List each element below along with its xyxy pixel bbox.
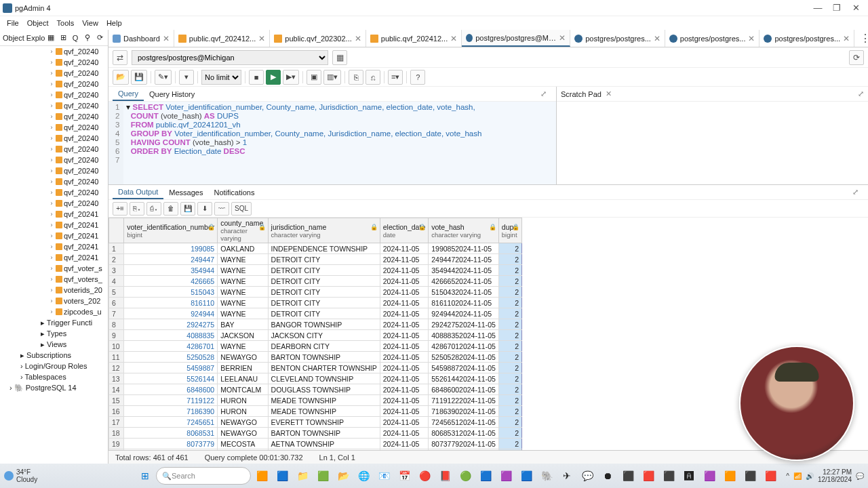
task-icon[interactable]: 🟦 bbox=[476, 466, 495, 485]
execute-button[interactable]: ▶ bbox=[266, 70, 281, 85]
tree-node[interactable]: › Login/Group Roles bbox=[0, 361, 108, 371]
tree-table-item[interactable]: ›qvf_20240 bbox=[0, 68, 108, 79]
tree-node[interactable]: › Tablespaces bbox=[0, 371, 108, 382]
column-header[interactable]: election_datedate🔒 bbox=[380, 218, 428, 243]
paste-button[interactable]: ⎙▾ bbox=[146, 202, 161, 216]
new-connection-button[interactable]: ▦ bbox=[332, 50, 347, 65]
column-header[interactable]: county_namecharacter varying🔒 bbox=[218, 218, 268, 243]
task-icon[interactable]: 📧 bbox=[374, 466, 393, 485]
task-icon[interactable]: 🟦 bbox=[273, 466, 292, 485]
maximize-button[interactable]: ❐ bbox=[827, 3, 846, 13]
tree-table-item[interactable]: ›qvf_20240 bbox=[0, 46, 108, 57]
task-icon[interactable]: 🟧 bbox=[720, 466, 739, 485]
tree-node[interactable]: ▸ Types bbox=[0, 328, 108, 339]
tree-table-item[interactable]: ›qvf_20241 bbox=[0, 230, 108, 241]
tab-notifications[interactable]: Notifications bbox=[208, 186, 260, 199]
table-row[interactable]: 3354944WAYNEDETROIT CITY2024-11-05354944… bbox=[109, 265, 522, 276]
save-button[interactable]: 💾 bbox=[131, 70, 147, 85]
tree-table-item[interactable]: ›qvf_20241 bbox=[0, 220, 108, 230]
sql-icon[interactable]: Q bbox=[70, 33, 81, 43]
task-icon[interactable]: ⬛ bbox=[741, 466, 760, 485]
search-icon[interactable]: ⚲ bbox=[82, 33, 93, 43]
save-data-button[interactable]: 💾 bbox=[180, 202, 195, 216]
tree-node[interactable]: › 🐘 PostgreSQL 14 bbox=[0, 382, 108, 393]
commit-button[interactable]: ⎘ bbox=[349, 70, 363, 85]
editor-tab[interactable]: Dashboard✕ bbox=[108, 30, 174, 47]
limit-select[interactable]: No limit bbox=[201, 70, 241, 85]
table-row[interactable]: 177245651NEWAYGOEVERETT TOWNSHIP2024-11-… bbox=[109, 417, 522, 428]
table-row[interactable]: 5515043WAYNEDETROIT CITY2024-11-05515043… bbox=[109, 287, 522, 298]
task-icon[interactable]: 🅰 bbox=[679, 466, 698, 485]
grid-icon[interactable]: ▦ bbox=[45, 33, 56, 43]
tree-table-item[interactable]: ›qvf_20240 bbox=[0, 111, 108, 122]
edit-button[interactable]: ✎▾ bbox=[155, 70, 172, 85]
table-row[interactable]: 125459887BERRIENBENTON CHARTER TOWNSHIP2… bbox=[109, 363, 522, 373]
results-expand-icon[interactable]: ⤢ bbox=[847, 186, 864, 199]
table-row[interactable]: 188068531NEWAYGOBARTON TOWNSHIP2024-11-0… bbox=[109, 428, 522, 439]
tree-table-item[interactable]: ›qvf_20240 bbox=[0, 176, 108, 187]
explain-analyze-button[interactable]: ▥▾ bbox=[323, 70, 341, 85]
task-icon[interactable]: 📅 bbox=[395, 466, 414, 485]
clock-date[interactable]: 12/18/2024 bbox=[818, 476, 852, 483]
tree-table-item[interactable]: ›qvf_20240 bbox=[0, 100, 108, 111]
table-row[interactable]: 104286701WAYNEDEARBORN CITY2024-11-05428… bbox=[109, 341, 522, 352]
editor-tab[interactable]: postgres/postgres...✕ bbox=[570, 30, 665, 47]
table-row[interactable]: 198073779MECOSTAAETNA TOWNSHIP2024-11-05… bbox=[109, 439, 522, 449]
table-row[interactable]: 2249447WAYNEDETROIT CITY2024-11-05249447… bbox=[109, 254, 522, 265]
task-icon[interactable]: ⏺ bbox=[598, 466, 617, 485]
explain-button[interactable]: ▣ bbox=[307, 70, 321, 85]
task-icon[interactable]: ⬛ bbox=[659, 466, 678, 485]
task-icon[interactable]: 🟪 bbox=[496, 466, 515, 485]
tray-chevron-icon[interactable]: ^ bbox=[786, 472, 789, 480]
tree-table-item[interactable]: ›qvf_20240 bbox=[0, 133, 108, 144]
table-row[interactable]: 6816110WAYNEDETROIT CITY2024-11-05816110… bbox=[109, 298, 522, 308]
table-row[interactable]: 115250528NEWAYGOBARTON TOWNSHIP2024-11-0… bbox=[109, 352, 522, 363]
tabs-overflow-icon[interactable]: ⋮ bbox=[854, 32, 868, 45]
editor-tab[interactable]: postgres/postgres...✕ bbox=[665, 30, 760, 47]
editor-tab[interactable]: postgres/postgres...✕ bbox=[760, 30, 854, 47]
table-row[interactable]: 1199085OAKLANDINDEPENDENCE TOWNSHIP2024-… bbox=[109, 243, 522, 254]
tree-table-item[interactable]: ›qvf_20240 bbox=[0, 122, 108, 133]
tree-table-item[interactable]: ›qvf_20240 bbox=[0, 165, 108, 176]
task-icon[interactable]: 🔴 bbox=[415, 466, 434, 485]
sql-view-button[interactable]: SQL bbox=[231, 202, 252, 216]
task-icon[interactable]: 🌐 bbox=[354, 466, 373, 485]
tab-close-icon[interactable]: ✕ bbox=[258, 34, 265, 43]
editor-tab[interactable]: public.qvf_202302...✕ bbox=[270, 30, 366, 47]
tree-table-item[interactable]: ›qvf_voter_s bbox=[0, 263, 108, 274]
minimize-button[interactable]: — bbox=[808, 3, 827, 13]
stop-button[interactable]: ■ bbox=[249, 70, 264, 85]
macros-button[interactable]: ≡▾ bbox=[388, 70, 403, 85]
filter-button[interactable]: ▾ bbox=[179, 70, 194, 85]
menu-object[interactable]: Object bbox=[23, 18, 53, 28]
tree-table-item[interactable]: ›qvf_20240 bbox=[0, 79, 108, 89]
task-icon[interactable]: 🟪 bbox=[700, 466, 719, 485]
tree-table-item[interactable]: ›voterids_20 bbox=[0, 285, 108, 296]
table-row[interactable]: 4426665WAYNEDETROIT CITY2024-11-05426665… bbox=[109, 276, 522, 287]
tree-table-item[interactable]: ›qvf_20240 bbox=[0, 57, 108, 68]
task-icon[interactable]: 🟩 bbox=[313, 466, 332, 485]
table-row[interactable]: 82924275BAYBANGOR TOWNSHIP2024-11-052924… bbox=[109, 319, 522, 330]
task-icon[interactable]: ⬛ bbox=[618, 466, 637, 485]
scratch-expand-icon[interactable]: ⤢ bbox=[858, 89, 864, 98]
tab-close-icon[interactable]: ✕ bbox=[450, 34, 457, 43]
expand-editor-icon[interactable]: ⤢ bbox=[535, 87, 552, 100]
tray-volume-icon[interactable]: 🔊 bbox=[806, 472, 814, 480]
tab-close-icon[interactable]: ✕ bbox=[163, 34, 170, 43]
task-icon[interactable]: 🟧 bbox=[252, 466, 271, 485]
tree-table-item[interactable]: ›zipcodes_u bbox=[0, 306, 108, 317]
tree-node[interactable]: ▸ Subscriptions bbox=[0, 350, 108, 361]
column-header[interactable]: voter_identification_numberbigint🔒 bbox=[124, 218, 218, 243]
tree-table-item[interactable]: ›qvf_20240 bbox=[0, 155, 108, 165]
table-row[interactable]: 135526144LEELANAUCLEVELAND TOWNSHIP2024-… bbox=[109, 373, 522, 384]
task-icon[interactable]: 📕 bbox=[435, 466, 454, 485]
task-icon[interactable]: ✈ bbox=[557, 466, 576, 485]
notifications-icon[interactable]: 💬 bbox=[856, 472, 864, 480]
tab-messages[interactable]: Messages bbox=[163, 186, 208, 199]
tab-data-output[interactable]: Data Output bbox=[113, 186, 163, 199]
tree-node[interactable]: ▸ Trigger Functi bbox=[0, 317, 108, 328]
menu-file[interactable]: File bbox=[3, 18, 23, 28]
scratch-close-icon[interactable]: ✕ bbox=[606, 89, 612, 98]
task-icon[interactable]: 🟥 bbox=[639, 466, 658, 485]
table-row[interactable]: 208082185NEWAYGOBARTON TOWNSHIP2024-11-0… bbox=[109, 449, 522, 451]
